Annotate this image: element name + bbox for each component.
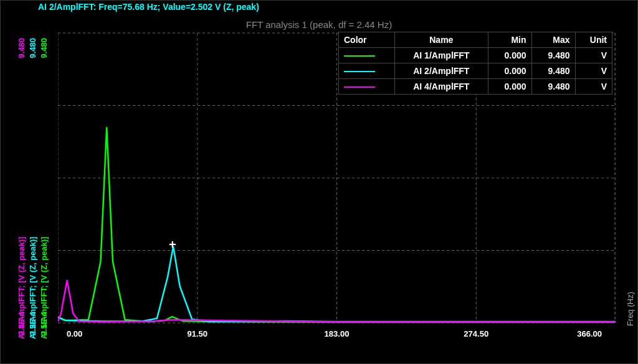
legend-col-max: Max [531,32,575,48]
legend-col-min: Min [488,32,531,48]
legend-header-row: Color Name Min Max Unit [339,32,612,48]
legend-color-swatch [339,48,395,63]
svg-text:183.00: 183.00 [325,329,350,338]
legend-col-name: Name [395,32,488,48]
svg-text:0.00: 0.00 [67,329,82,338]
legend-col-unit: Unit [575,32,612,48]
svg-text:274.50: 274.50 [464,329,488,338]
legend-color-swatch [339,79,395,95]
legend-min: 0.000 [488,63,531,79]
legend-col-color: Color [339,32,395,48]
legend-max: 9.480 [531,48,575,63]
legend-table: Color Name Min Max Unit AI 1/AmplFFT0.00… [338,32,612,95]
y-min-ch2: 2.5E-4 [28,312,37,335]
legend-panel[interactable]: Color Name Min Max Unit AI 1/AmplFFT0.00… [338,32,612,95]
legend-color-swatch [339,63,395,79]
legend-min: 0.000 [488,48,531,63]
legend-name: AI 4/AmplFFT [395,79,488,95]
legend-max: 9.480 [531,79,575,95]
legend-min: 0.000 [488,79,531,95]
chart-title: FFT analysis 1 (peak, df = 2.44 Hz) [1,19,637,30]
fft-plot-panel: AI 2/AmplFFT: Freq=75.68 Hz; Value=2.502… [0,0,638,364]
y-axis-labels: 9.480 9.480 9.480 AI 4/AmplFFT; [V (Z, p… [17,32,54,338]
y-max-ch4: 9.480 [17,38,26,58]
legend-row[interactable]: AI 4/AmplFFT0.0009.480V [339,79,612,95]
y-min-ch1: 2.5E-4 [39,312,49,335]
series-line [58,280,616,322]
legend-row[interactable]: AI 1/AmplFFT0.0009.480V [339,48,612,63]
legend-max: 9.480 [531,63,575,79]
x-axis-label: Freq (Hz) [626,292,635,326]
legend-unit: V [575,63,612,79]
y-min-ch4: 2.5E-4 [17,312,26,335]
x-tick-labels: 0.0091.50183.00274.50366.00 [67,329,602,338]
legend-name: AI 2/AmplFFT [395,63,488,79]
svg-text:91.50: 91.50 [187,329,207,338]
svg-text:366.00: 366.00 [577,329,602,338]
legend-row[interactable]: AI 2/AmplFFT0.0009.480V [339,63,612,79]
legend-name: AI 1/AmplFFT [395,48,488,63]
legend-unit: V [575,48,612,63]
y-max-ch1: 9.480 [39,38,49,58]
y-max-ch2: 9.480 [28,38,37,58]
cursor-readout: AI 2/AmplFFT: Freq=75.68 Hz; Value=2.502… [38,2,259,12]
legend-unit: V [575,79,612,95]
